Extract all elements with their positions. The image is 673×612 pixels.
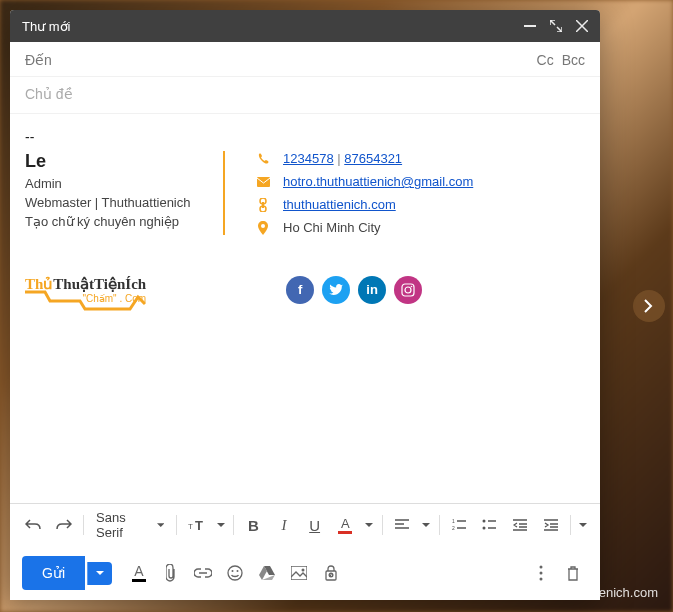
svg-text:2: 2 — [452, 525, 455, 531]
svg-point-13 — [483, 520, 486, 523]
undo-button[interactable] — [20, 511, 47, 539]
svg-rect-4 — [262, 202, 264, 208]
redo-icon — [56, 519, 72, 531]
twitter-icon[interactable] — [322, 276, 350, 304]
toolbar-separator — [176, 515, 177, 535]
indent-less-icon — [513, 519, 527, 531]
linkedin-icon[interactable]: in — [358, 276, 386, 304]
signature-email-row: hotro.thuthuattienich@gmail.com — [255, 174, 473, 189]
numbered-list-button[interactable]: 12 — [446, 511, 473, 539]
svg-point-8 — [411, 285, 413, 287]
underline-button[interactable]: U — [301, 511, 328, 539]
toggle-confidential-button[interactable] — [316, 558, 346, 588]
svg-point-24 — [540, 578, 543, 581]
svg-point-17 — [237, 570, 239, 572]
lock-clock-icon — [324, 565, 338, 581]
drive-icon — [259, 566, 275, 580]
indent-more-button[interactable] — [537, 511, 564, 539]
signature-left: Le Admin Webmaster | Thuthuattienich Tạo… — [25, 151, 225, 235]
align-dropdown[interactable] — [419, 511, 432, 539]
formatting-toolbar: Sans Serif TT B I U A 12 — [10, 503, 600, 546]
bcc-button[interactable]: Bcc — [562, 52, 585, 68]
text-format-button[interactable]: A — [124, 558, 154, 588]
compose-body[interactable]: -- Le Admin Webmaster | Thuthuattienich … — [10, 114, 600, 503]
signature-role-3: Tạo chữ ký chuyên nghiệp — [25, 214, 203, 229]
svg-point-14 — [483, 527, 486, 530]
link-icon — [255, 198, 271, 212]
compose-title: Thư mới — [22, 19, 524, 34]
signature-email[interactable]: hotro.thuthuattienich@gmail.com — [283, 174, 473, 189]
image-icon — [291, 566, 307, 580]
recipients-label: Đến — [25, 52, 52, 68]
svg-point-19 — [302, 569, 305, 572]
signature-phone-1[interactable]: 1234578 — [283, 151, 334, 166]
send-options-dropdown[interactable] — [87, 562, 112, 585]
location-icon — [255, 221, 271, 235]
signature-location-row: Ho Chi Minh City — [255, 220, 473, 235]
carousel-next-button[interactable] — [633, 290, 665, 322]
svg-text:T: T — [188, 522, 193, 531]
svg-point-16 — [232, 570, 234, 572]
subject-row — [10, 77, 600, 114]
font-family-dropdown[interactable]: Sans Serif — [90, 510, 170, 540]
format-underline — [132, 579, 146, 582]
signature-name: Le — [25, 151, 203, 172]
brand-logo: ThủThuậtTiệnÍch "Chấm" . Com — [25, 275, 146, 304]
font-size-dropdown[interactable] — [214, 511, 227, 539]
insert-drive-button[interactable] — [252, 558, 282, 588]
redo-button[interactable] — [51, 511, 78, 539]
insert-link-button[interactable] — [188, 558, 218, 588]
chevron-down-icon — [422, 523, 430, 528]
svg-rect-1 — [257, 177, 270, 187]
italic-button[interactable]: I — [271, 511, 298, 539]
signature-website[interactable]: thuthuattienich.com — [283, 197, 396, 212]
social-icons: f in — [286, 276, 422, 304]
insert-image-button[interactable] — [284, 558, 314, 588]
facebook-icon[interactable]: f — [286, 276, 314, 304]
chevron-down-icon — [365, 523, 373, 528]
more-vertical-icon — [539, 565, 543, 581]
insert-emoji-button[interactable] — [220, 558, 250, 588]
more-options-button[interactable] — [526, 558, 556, 588]
instagram-icon[interactable] — [394, 276, 422, 304]
bullet-list-button[interactable] — [476, 511, 503, 539]
align-button[interactable] — [389, 511, 416, 539]
expand-icon — [550, 20, 562, 32]
numbered-list-icon: 12 — [452, 519, 466, 531]
svg-text:T: T — [195, 518, 203, 532]
signature-role-2: Webmaster | Thuthuattienich — [25, 195, 203, 210]
attach-file-button[interactable] — [156, 558, 186, 588]
logo-social-row: ThủThuậtTiệnÍch "Chấm" . Com f in — [25, 275, 585, 304]
more-formatting-dropdown[interactable] — [577, 511, 590, 539]
text-color-dropdown[interactable] — [363, 511, 376, 539]
subject-input[interactable] — [25, 86, 585, 102]
signature-right: 1234578 | 87654321 hotro.thuthuattienich… — [255, 151, 473, 235]
svg-rect-18 — [291, 566, 307, 580]
undo-icon — [25, 519, 41, 531]
toolbar-separator — [439, 515, 440, 535]
signature-phone-2[interactable]: 87654321 — [344, 151, 402, 166]
phone-icon — [255, 153, 271, 165]
discard-button[interactable] — [558, 558, 588, 588]
align-icon — [395, 519, 409, 531]
close-button[interactable] — [576, 20, 588, 32]
indent-less-button[interactable] — [507, 511, 534, 539]
toolbar-separator — [83, 515, 84, 535]
font-family-label: Sans Serif — [96, 510, 153, 540]
expand-button[interactable] — [550, 20, 562, 32]
recipients-row: Đến Cc Bcc — [10, 42, 600, 77]
chevron-right-icon — [644, 299, 654, 313]
chevron-down-icon — [217, 523, 225, 528]
signature-location: Ho Chi Minh City — [283, 220, 381, 235]
svg-point-7 — [405, 287, 411, 293]
minimize-button[interactable] — [524, 25, 536, 27]
cc-button[interactable]: Cc — [537, 52, 554, 68]
bold-button[interactable]: B — [240, 511, 267, 539]
svg-text:1: 1 — [452, 519, 455, 524]
send-button[interactable]: Gửi — [22, 556, 85, 590]
font-size-button[interactable]: TT — [183, 511, 210, 539]
toolbar-separator — [233, 515, 234, 535]
logo-arrow-icon — [20, 289, 150, 314]
text-color-button[interactable]: A — [332, 511, 359, 539]
recipients-input[interactable] — [60, 52, 537, 68]
